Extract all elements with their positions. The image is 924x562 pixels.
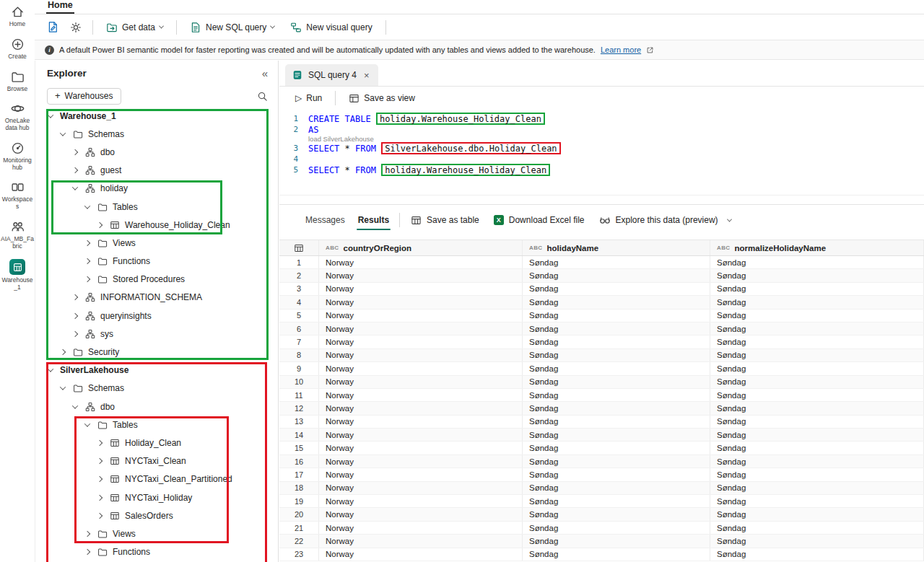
table-row[interactable]: 13NorwaySøndagSøndag	[279, 416, 924, 429]
chevron-right-icon[interactable]	[95, 514, 105, 518]
new-sql-query-button[interactable]: New SQL query	[184, 19, 280, 36]
tree-item-functions[interactable]: Functions	[35, 543, 278, 561]
grid-corner-cell[interactable]	[279, 240, 319, 255]
tree-item-guest[interactable]: guest	[35, 162, 278, 180]
table-row[interactable]: 20NorwaySøndagSøndag	[279, 508, 924, 521]
chevron-right-icon[interactable]	[95, 223, 105, 227]
table-row[interactable]: 4NorwaySøndagSøndag	[279, 296, 924, 309]
table-row[interactable]: 21NorwaySøndagSøndag	[279, 522, 924, 535]
table-row[interactable]: 11NorwaySøndagSøndag	[279, 389, 924, 402]
table-row[interactable]: 12NorwaySøndagSøndag	[279, 402, 924, 415]
table-row[interactable]: 6NorwaySøndagSøndag	[279, 322, 924, 335]
chevron-right-icon[interactable]	[70, 150, 80, 154]
table-row[interactable]: 2NorwaySøndagSøndag	[279, 269, 924, 282]
chevron-right-icon[interactable]	[95, 477, 105, 481]
learn-more-link[interactable]: Learn more	[601, 45, 641, 54]
tab-results[interactable]: Results	[352, 208, 395, 232]
chevron-right-icon[interactable]	[70, 332, 80, 336]
chevron-down-icon[interactable]	[45, 368, 56, 372]
table-row[interactable]: 16NorwaySøndagSøndag	[279, 455, 924, 468]
collapse-explorer-icon[interactable]: «	[262, 68, 268, 79]
explore-data-button[interactable]: Explore this data (preview)	[593, 210, 738, 230]
sql-query-tab[interactable]: SQL query 4 ×	[285, 64, 378, 86]
chevron-right-icon[interactable]	[70, 295, 80, 299]
table-row[interactable]: 22NorwaySøndagSøndag	[279, 535, 924, 548]
save-as-table-button[interactable]: Save as table	[404, 211, 486, 230]
table-row[interactable]: 10NorwaySøndagSøndag	[279, 376, 924, 389]
chevron-right-icon[interactable]	[70, 314, 80, 318]
tree-item-tables[interactable]: Tables	[35, 198, 278, 216]
table-row[interactable]: 3NorwaySøndagSøndag	[279, 283, 924, 296]
column-header-normalizeholidayname[interactable]: ABCnormalizeHolidayName	[710, 240, 924, 255]
tree-item-queryinsights[interactable]: queryinsights	[35, 307, 278, 325]
chevron-down-icon[interactable]	[82, 205, 92, 209]
close-tab-icon[interactable]: ×	[362, 70, 371, 81]
chevron-right-icon[interactable]	[82, 277, 92, 281]
search-icon[interactable]	[257, 91, 268, 102]
chevron-right-icon[interactable]	[95, 441, 105, 445]
tree-item-schemas[interactable]: Schemas	[35, 379, 278, 398]
tree-item-security[interactable]: Security	[35, 343, 278, 361]
tree-item-sys[interactable]: sys	[35, 325, 278, 343]
chevron-down-icon[interactable]	[70, 405, 80, 409]
run-button[interactable]: ▷ Run	[289, 90, 328, 106]
new-visual-query-button[interactable]: New visual query	[284, 19, 378, 36]
chevron-right-icon[interactable]	[95, 459, 105, 463]
settings-button[interactable]	[66, 18, 85, 37]
tree-item-nyctaxi-clean[interactable]: NYCTaxi_Clean	[35, 452, 278, 470]
table-row[interactable]: 19NorwaySøndagSøndag	[279, 495, 924, 508]
rail-item-aia-mb-fabric[interactable]: AIA_MB_Fabric	[0, 215, 35, 255]
rail-item-warehouse-1[interactable]: Warehouse_1	[0, 254, 35, 296]
table-row[interactable]: 9NorwaySøndagSøndag	[279, 362, 924, 375]
chevron-down-icon[interactable]	[82, 423, 92, 427]
table-row[interactable]: 18NorwaySøndagSøndag	[279, 482, 924, 495]
chevron-right-icon[interactable]	[82, 550, 92, 554]
rail-item-create[interactable]: Create	[0, 32, 35, 65]
rail-item-workspaces[interactable]: Workspaces	[0, 175, 35, 215]
chevron-right-icon[interactable]	[82, 241, 92, 245]
tree-item-nyctaxi-holiday[interactable]: NYCTaxi_Holiday	[35, 488, 278, 506]
tree-item-views[interactable]: Views	[35, 234, 278, 252]
tree-item-holiday-clean[interactable]: Holiday_Clean	[35, 434, 278, 452]
tree-item-views[interactable]: Views	[35, 524, 278, 543]
chevron-right-icon[interactable]	[82, 532, 92, 536]
chevron-down-icon[interactable]	[58, 132, 68, 136]
tree-item-salesorders[interactable]: SalesOrders	[35, 506, 278, 524]
chevron-down-icon[interactable]	[70, 186, 80, 190]
tree-item-nyctaxi-clean-partitioned[interactable]: NYCTaxi_Clean_Partitioned	[35, 470, 278, 488]
tree-item-warehouse-1[interactable]: Warehouse_1	[35, 107, 278, 125]
rail-item-onelake-data-hub[interactable]: OneLake data hub	[0, 97, 35, 136]
rail-item-home[interactable]: Home	[0, 0, 35, 32]
get-data-button[interactable]: Get data	[100, 19, 169, 36]
download-excel-button[interactable]: X Download Excel file	[487, 211, 591, 229]
chevron-right-icon[interactable]	[82, 259, 92, 263]
add-warehouses-button[interactable]: + Warehouses	[47, 88, 121, 105]
table-row[interactable]: 5NorwaySøndagSøndag	[279, 309, 924, 322]
tree-item-holiday[interactable]: holiday	[35, 180, 278, 198]
new-report-button[interactable]	[43, 18, 62, 37]
table-row[interactable]: 23NorwaySøndagSøndag	[279, 548, 924, 561]
tree-item-tables[interactable]: Tables	[35, 416, 278, 434]
chevron-down-icon[interactable]	[58, 386, 68, 390]
rail-item-browse[interactable]: Browse	[0, 65, 35, 97]
table-row[interactable]: 17NorwaySøndagSøndag	[279, 468, 924, 481]
tree-item-silverlakehouse[interactable]: SilverLakehouse	[35, 361, 278, 379]
tree-item-schemas[interactable]: Schemas	[35, 125, 278, 143]
chevron-right-icon[interactable]	[70, 168, 80, 172]
chevron-down-icon[interactable]	[45, 114, 56, 118]
column-header-holidayname[interactable]: ABCholidayName	[523, 240, 710, 255]
tree-item-information-schema[interactable]: INFORMATION_SCHEMA	[35, 289, 278, 307]
tree-item-dbo[interactable]: dbo	[35, 143, 278, 161]
sql-code-editor[interactable]: 1CREATE TABLE holiday.Warehouse_Holiday_…	[279, 110, 924, 195]
table-row[interactable]: 8NorwaySøndagSøndag	[279, 349, 924, 362]
column-header-countryorregion[interactable]: ABCcountryOrRegion	[319, 240, 523, 255]
chevron-right-icon[interactable]	[95, 496, 105, 500]
table-row[interactable]: 7NorwaySøndagSøndag	[279, 335, 924, 348]
save-as-view-button[interactable]: Save as view	[343, 90, 421, 107]
table-row[interactable]: 1NorwaySøndagSøndag	[279, 256, 924, 269]
tree-item-functions[interactable]: Functions	[35, 253, 278, 271]
tab-messages[interactable]: Messages	[300, 208, 351, 232]
menu-home-tab[interactable]: Home	[46, 0, 74, 14]
tree-item-warehouse-holiday-clean[interactable]: Warehouse_Holiday_Clean	[35, 216, 278, 234]
table-row[interactable]: 14NorwaySøndagSøndag	[279, 429, 924, 442]
